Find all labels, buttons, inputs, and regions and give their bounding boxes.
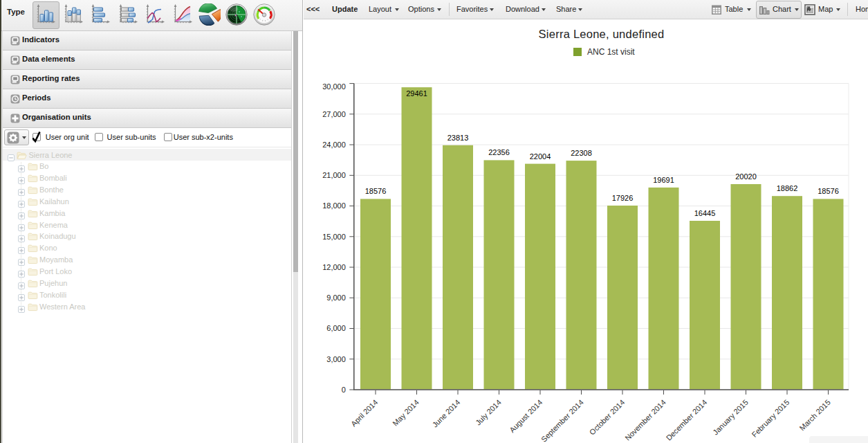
svg-text:February 2015: February 2015	[750, 398, 791, 439]
svg-text:18,000: 18,000	[322, 201, 346, 210]
svg-text:November 2014: November 2014	[623, 398, 667, 442]
svg-text:Sierra Leone, undefined: Sierra Leone, undefined	[539, 28, 665, 40]
svg-text:29461: 29461	[406, 89, 427, 98]
svg-text:20020: 20020	[735, 172, 757, 181]
svg-text:18576: 18576	[818, 187, 839, 195]
svg-text:16445: 16445	[694, 209, 716, 217]
svg-text:6,000: 6,000	[326, 324, 346, 332]
svg-text:May 2014: May 2014	[391, 398, 421, 428]
svg-text:December 2014: December 2014	[665, 398, 709, 442]
svg-text:12,000: 12,000	[322, 263, 346, 271]
svg-text:27,000: 27,000	[322, 110, 346, 118]
svg-text:17926: 17926	[612, 194, 634, 202]
svg-text:April 2014: April 2014	[349, 398, 380, 428]
svg-text:July 2014: July 2014	[474, 398, 503, 427]
svg-text:September 2014: September 2014	[539, 398, 585, 443]
svg-text:24,000: 24,000	[322, 141, 346, 149]
svg-text:19691: 19691	[653, 176, 674, 184]
svg-text:30,000: 30,000	[322, 82, 346, 91]
svg-text:June 2014: June 2014	[431, 398, 462, 429]
svg-text:22308: 22308	[571, 149, 592, 157]
svg-text:22004: 22004	[530, 152, 551, 161]
svg-text:ANC 1st visit: ANC 1st visit	[587, 47, 635, 57]
svg-text:23813: 23813	[447, 134, 469, 142]
svg-text:0: 0	[342, 386, 346, 394]
svg-text:18576: 18576	[365, 187, 387, 195]
svg-text:18862: 18862	[777, 184, 798, 192]
svg-text:22356: 22356	[488, 148, 510, 156]
svg-text:January 2015: January 2015	[711, 398, 750, 437]
svg-text:9,000: 9,000	[326, 293, 346, 302]
svg-text:15,000: 15,000	[322, 233, 346, 241]
svg-text:21,000: 21,000	[322, 171, 346, 179]
svg-text:October 2014: October 2014	[588, 398, 627, 437]
svg-text:March 2015: March 2015	[797, 398, 832, 433]
svg-text:August 2014: August 2014	[508, 398, 544, 434]
svg-text:3,000: 3,000	[326, 355, 346, 363]
